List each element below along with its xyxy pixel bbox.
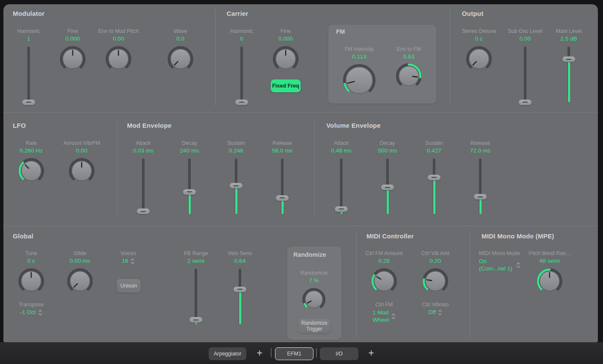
modulator-harmonic-slider[interactable] — [21, 47, 36, 102]
slider-handle[interactable] — [276, 195, 289, 201]
slider-track[interactable] — [524, 47, 526, 102]
main-level-slider[interactable] — [562, 47, 576, 102]
control-value[interactable]: 240 ms — [180, 147, 199, 154]
slider-handle[interactable] — [381, 185, 394, 190]
slider-handle[interactable] — [183, 189, 196, 195]
voices-value-row[interactable]: 16 — [122, 258, 135, 264]
slider-handle[interactable] — [474, 194, 487, 200]
slider-track[interactable] — [340, 159, 343, 214]
slider-handle[interactable] — [137, 208, 150, 214]
ctrl-fm-value-row[interactable]: 1 Mod Wheel — [372, 309, 395, 323]
add-plugin-icon[interactable]: + — [253, 346, 266, 359]
control-value[interactable]: 16 — [122, 258, 128, 264]
env-to-fm-knob[interactable] — [396, 63, 422, 89]
ctrl-vib-amt-knob[interactable] — [422, 268, 449, 294]
control-value[interactable]: 0.260 Hz — [20, 147, 43, 154]
control-value[interactable]: 0.000 — [278, 35, 293, 42]
tune-knob[interactable] — [18, 268, 44, 294]
slider-track[interactable] — [240, 47, 243, 102]
pitch-bend-range-knob[interactable] — [536, 268, 563, 294]
control-value[interactable]: 0.00 ms — [70, 258, 90, 264]
slider-handle[interactable] — [562, 56, 575, 62]
unison-button[interactable]: Unison — [117, 279, 141, 293]
ctrl-vibrato-value-row[interactable]: Off — [429, 309, 443, 316]
midi-mono-mode-value-row[interactable]: On (Com...nel 1) — [479, 258, 520, 272]
slider-track[interactable] — [27, 47, 30, 102]
stepper-icon[interactable] — [130, 258, 135, 264]
sub-osc-level-slider[interactable] — [518, 47, 532, 102]
fixed-freq-button[interactable]: Fixed Freq — [271, 79, 301, 92]
carrier-fine-knob[interactable] — [272, 46, 299, 72]
vol-env-release-slider[interactable] — [473, 159, 488, 214]
vol-env-attack-slider[interactable] — [334, 159, 349, 214]
control-value[interactable]: 0.246 — [229, 147, 243, 154]
mod-env-decay-slider[interactable] — [182, 159, 197, 214]
control-value[interactable]: 0 — [240, 35, 243, 42]
stepper-icon[interactable] — [516, 262, 520, 268]
control-value[interactable]: 2 semi — [187, 258, 204, 264]
slider-handle[interactable] — [335, 206, 348, 212]
stereo-detune-knob[interactable] — [466, 46, 492, 72]
modulator-fine-knob[interactable] — [59, 46, 86, 72]
transpose-value-row[interactable]: -1 Oct — [20, 309, 42, 316]
glide-knob[interactable] — [67, 268, 93, 294]
midi-mono-mode-value[interactable]: On (Com...nel 1) — [479, 258, 512, 272]
control-value[interactable]: 0.03 ms — [133, 147, 154, 154]
control-value[interactable]: -1 Oct — [20, 309, 36, 316]
ctrl-fm-value[interactable]: 1 Mod Wheel — [372, 309, 389, 323]
arpeggiator-plugin-button[interactable]: Arpeggiator — [209, 347, 246, 360]
pb-range-slider[interactable] — [189, 269, 203, 324]
control-value[interactable]: 500 ms — [378, 147, 397, 154]
add-plugin-icon[interactable]: + — [365, 346, 378, 359]
control-value[interactable]: 0.63 — [403, 53, 414, 60]
randomize-knob[interactable] — [302, 288, 326, 311]
env-to-mod-pitch-knob[interactable] — [105, 46, 132, 72]
ctrl-fm-amount-knob[interactable] — [371, 268, 397, 294]
lfo-amount-knob[interactable] — [68, 158, 95, 184]
control-value[interactable]: 0.28 — [378, 258, 390, 264]
slider-handle[interactable] — [235, 100, 248, 105]
control-value[interactable]: 0.00 — [520, 35, 531, 42]
slider-handle[interactable] — [428, 175, 440, 180]
slider-handle[interactable] — [230, 183, 242, 188]
io-plugin-button[interactable]: I/O — [320, 347, 358, 360]
control-value[interactable]: 0.0 — [177, 35, 185, 42]
control-value[interactable]: 72.0 ms — [470, 147, 491, 154]
modulator-wave-knob[interactable] — [167, 46, 194, 72]
control-value[interactable]: 0.00 — [76, 147, 87, 154]
control-value[interactable]: 0.000 — [65, 35, 80, 42]
slider-handle[interactable] — [189, 317, 202, 323]
slider-handle[interactable] — [234, 287, 246, 292]
mod-env-release-slider[interactable] — [275, 159, 290, 214]
fm-intensity-knob[interactable] — [343, 64, 376, 97]
slider-handle[interactable] — [519, 100, 532, 105]
stepper-icon[interactable] — [38, 309, 42, 316]
slider-track[interactable] — [195, 269, 197, 324]
control-value[interactable]: 0.20 — [430, 258, 441, 264]
slider-track[interactable] — [142, 159, 145, 214]
carrier-harmonic-slider[interactable] — [234, 47, 249, 102]
stepper-icon[interactable] — [438, 309, 442, 316]
mod-env-sustain-slider[interactable] — [229, 159, 243, 214]
lfo-rate-knob[interactable] — [18, 158, 44, 184]
control-value[interactable]: 0.48 ms — [331, 147, 352, 154]
control-value[interactable]: 0.113 — [352, 53, 367, 60]
mod-env-attack-slider[interactable] — [136, 159, 151, 214]
efm1-plugin-button[interactable]: EFM1 — [275, 347, 313, 360]
control-value[interactable]: 48 semi — [539, 258, 559, 264]
vol-env-sustain-slider[interactable] — [427, 159, 441, 214]
control-value[interactable]: 0.64 — [234, 258, 245, 264]
control-value[interactable]: Off — [429, 309, 436, 316]
randomize-trigger-button[interactable]: RandomizeTrigger — [299, 319, 330, 333]
control-value[interactable]: 0.00 — [113, 35, 124, 42]
stepper-icon[interactable] — [391, 313, 396, 320]
slider-handle[interactable] — [22, 100, 35, 105]
control-value[interactable]: 2.5 dB — [560, 35, 577, 42]
control-value[interactable]: 0 c — [475, 35, 483, 42]
control-value[interactable]: 0.427 — [427, 147, 441, 154]
control-value[interactable]: 0 c — [27, 258, 35, 264]
vol-env-decay-slider[interactable] — [380, 159, 395, 214]
control-value[interactable]: 58.0 ms — [272, 147, 293, 154]
control-value[interactable]: 7 % — [309, 277, 319, 284]
control-value[interactable]: 1 — [27, 35, 30, 42]
